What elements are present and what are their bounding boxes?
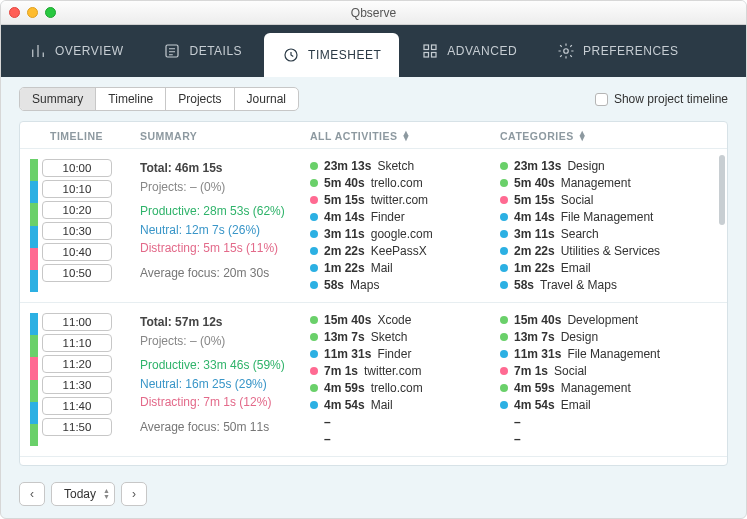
color-dot-icon [500,316,508,324]
tab-journal[interactable]: Journal [235,88,298,110]
category-row[interactable]: 11m 31s File Management [500,347,690,361]
activity-row[interactable]: 13m 7s Sketch [310,330,500,344]
nav-advanced[interactable]: ADVANCED [403,25,535,77]
svg-rect-3 [432,45,437,50]
tab-timeline[interactable]: Timeline [96,88,166,110]
activity-row[interactable]: 5m 40s trello.com [310,176,500,190]
hour-block: 11:0011:1011:2011:3011:4011:50Total: 57m… [20,303,727,457]
timeline-column: 11:0011:1011:2011:3011:4011:50 [30,313,140,446]
main-nav: OVERVIEW DETAILS TIMESHEET ADVANCED PREF… [1,25,746,77]
show-project-timeline-toggle[interactable]: Show project timeline [595,92,728,106]
category-row[interactable]: 15m 40s Development [500,313,690,327]
color-dot-icon [310,367,318,375]
nav-overview[interactable]: OVERVIEW [11,25,141,77]
col-activities[interactable]: ALL ACTIVITIES ▲▼ [310,130,500,142]
timesheet-scroll[interactable]: 10:0010:1010:2010:3010:4010:50Total: 46m… [20,149,727,465]
nav-preferences-label: PREFERENCES [583,44,679,58]
activity-row[interactable]: 4m 14s Finder [310,210,500,224]
activity-row[interactable]: 1m 22s Mail [310,261,500,275]
activity-row[interactable]: 2m 22s KeePassX [310,244,500,258]
activity-row[interactable]: 15m 40s Xcode [310,313,500,327]
nav-preferences[interactable]: PREFERENCES [539,25,697,77]
color-dot-icon [500,350,508,358]
grid-icon [421,42,439,60]
color-dot-icon [500,179,508,187]
checkbox-icon [595,93,608,106]
color-dot-icon [500,401,508,409]
toggle-label: Show project timeline [614,92,728,106]
svg-rect-4 [424,53,429,58]
time-pill[interactable]: 10:20 [42,201,112,219]
time-pill[interactable]: 10:30 [42,222,112,240]
nav-details[interactable]: DETAILS [145,25,260,77]
tab-projects[interactable]: Projects [166,88,234,110]
sort-icon: ▲▼ [578,131,587,141]
titlebar: Qbserve [1,1,746,25]
category-row[interactable]: 1m 22s Email [500,261,690,275]
time-pill[interactable]: 11:00 [42,313,112,331]
activity-row[interactable]: 5m 15s twitter.com [310,193,500,207]
time-pill[interactable]: 10:50 [42,264,112,282]
time-pill[interactable]: 10:10 [42,180,112,198]
activity-row[interactable]: 4m 54s Mail [310,398,500,412]
color-dot-icon [310,333,318,341]
category-row[interactable]: 5m 40s Management [500,176,690,190]
color-bars [30,313,38,446]
time-pill[interactable]: 10:40 [42,243,112,261]
hour-block: 12:00Total: 56m 24s32m 24s Sketch32m 24s… [20,457,727,465]
time-pill[interactable]: 10:00 [42,159,112,177]
col-categories[interactable]: CATEGORIES ▲▼ [500,130,690,142]
svg-rect-5 [432,53,437,58]
activity-row[interactable]: 3m 11s google.com [310,227,500,241]
category-row[interactable]: – [500,432,690,446]
category-row[interactable]: 4m 14s File Management [500,210,690,224]
category-row[interactable]: 4m 54s Email [500,398,690,412]
time-pill[interactable]: 11:20 [42,355,112,373]
color-dot-icon [500,162,508,170]
time-pills: 11:0011:1011:2011:3011:4011:50 [42,313,112,446]
activity-row[interactable]: 23m 13s Sketch [310,159,500,173]
category-row[interactable]: 5m 15s Social [500,193,690,207]
color-dot-icon [500,264,508,272]
activity-row[interactable]: 11m 31s Finder [310,347,500,361]
timeline-column: 10:0010:1010:2010:3010:4010:50 [30,159,140,292]
category-row[interactable]: 23m 13s Design [500,159,690,173]
category-row[interactable]: 3m 11s Search [500,227,690,241]
scrollbar-thumb[interactable] [719,155,725,225]
category-row[interactable]: 7m 1s Social [500,364,690,378]
date-selector[interactable]: Today ▲▼ [51,482,115,506]
time-pill[interactable]: 11:30 [42,376,112,394]
color-dot-icon [310,264,318,272]
activity-row[interactable]: – [310,432,500,446]
window-title: Qbserve [1,6,746,20]
activity-row[interactable]: 58s Maps [310,278,500,292]
color-dot-icon [310,384,318,392]
color-dot-icon [310,162,318,170]
color-dot-icon [310,230,318,238]
activity-row[interactable]: 4m 59s trello.com [310,381,500,395]
color-dot-icon [310,316,318,324]
time-pill[interactable]: 11:40 [42,397,112,415]
color-dot-icon [310,350,318,358]
category-row[interactable]: 13m 7s Design [500,330,690,344]
hour-block: 10:0010:1010:2010:3010:4010:50Total: 46m… [20,149,727,303]
svg-point-6 [564,49,569,54]
next-day-button[interactable]: › [121,482,147,506]
nav-timesheet-label: TIMESHEET [308,48,381,62]
color-dot-icon [500,213,508,221]
app-window: Qbserve OVERVIEW DETAILS TIMESHEET ADVAN… [0,0,747,519]
category-row[interactable]: 4m 59s Management [500,381,690,395]
category-row[interactable]: – [500,415,690,429]
time-pill[interactable]: 11:50 [42,418,112,436]
color-bars [30,159,38,292]
time-pill[interactable]: 11:10 [42,334,112,352]
activity-row[interactable]: – [310,415,500,429]
category-row[interactable]: 58s Travel & Maps [500,278,690,292]
activities-column: 15m 40s Xcode13m 7s Sketch11m 31s Finder… [310,313,500,446]
tab-summary[interactable]: Summary [20,88,96,110]
activity-row[interactable]: 7m 1s twitter.com [310,364,500,378]
nav-timesheet[interactable]: TIMESHEET [264,33,399,77]
color-dot-icon [310,281,318,289]
prev-day-button[interactable]: ‹ [19,482,45,506]
category-row[interactable]: 2m 22s Utilities & Services [500,244,690,258]
